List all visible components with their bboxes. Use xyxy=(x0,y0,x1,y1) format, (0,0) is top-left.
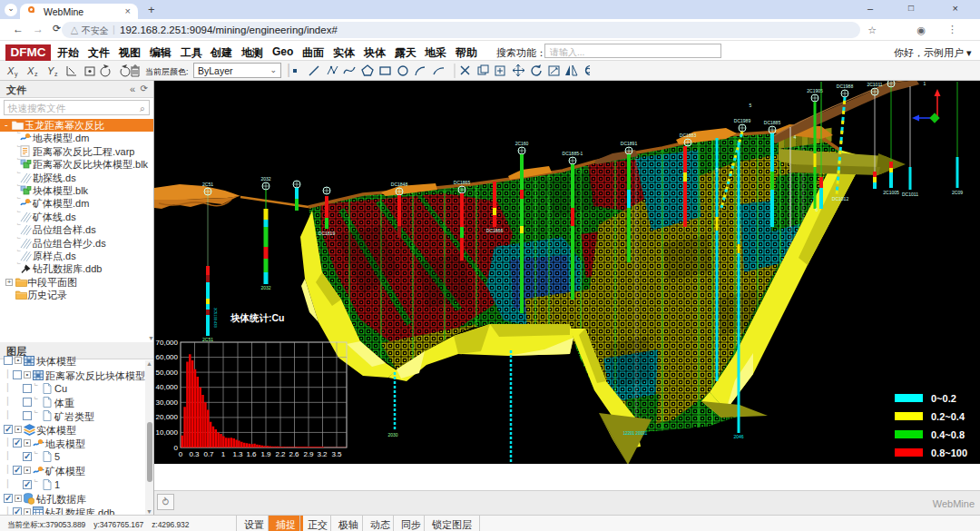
svg-text:DC1883: DC1883 xyxy=(680,133,697,138)
svg-text:y: y xyxy=(15,71,18,78)
svg-text:DC1866: DC1866 xyxy=(486,228,504,233)
svg-text:z: z xyxy=(54,71,58,77)
svg-text:1.9: 1.9 xyxy=(260,450,271,458)
svg-text:1: 1 xyxy=(221,450,226,458)
svg-text:5: 5 xyxy=(716,167,719,172)
svg-text:60,000: 60,000 xyxy=(156,353,179,361)
svg-text:20,000: 20,000 xyxy=(156,413,179,421)
svg-text:DC1885: DC1885 xyxy=(764,120,781,125)
svg-text:6: 6 xyxy=(816,207,818,212)
svg-text:70,000: 70,000 xyxy=(156,339,179,347)
svg-text:X: X xyxy=(26,65,34,76)
svg-text:2C1011: 2C1011 xyxy=(867,82,882,87)
svg-text:10,000: 10,000 xyxy=(156,428,179,437)
svg-text:2C1905: 2C1905 xyxy=(807,88,823,93)
svg-text:2C1005: 2C1005 xyxy=(883,190,899,195)
svg-text:0: 0 xyxy=(179,450,183,458)
svg-text:DC1819: DC1819 xyxy=(318,231,336,236)
svg-text:5: 5 xyxy=(750,103,752,108)
svg-text:0.8~100: 0.8~100 xyxy=(931,447,967,458)
svg-text:DC1891: DC1891 xyxy=(621,141,638,146)
svg-text:0.3: 0.3 xyxy=(189,450,200,458)
svg-text:12201 20031: 12201 20031 xyxy=(623,431,648,436)
svg-text:2C09: 2C09 xyxy=(952,190,963,195)
svg-text:Y: Y xyxy=(47,65,54,76)
svg-text:0.2~0.4: 0.2~0.4 xyxy=(931,411,965,422)
svg-text:3.5: 3.5 xyxy=(331,450,342,458)
svg-text:0~0.2: 0~0.2 xyxy=(931,393,956,404)
svg-text:50,000: 50,000 xyxy=(156,369,179,377)
svg-text:2032: 2032 xyxy=(260,176,270,182)
svg-text:2032: 2032 xyxy=(260,285,270,290)
svg-text:1.6: 1.6 xyxy=(246,450,257,458)
svg-text:0.7: 0.7 xyxy=(203,450,214,458)
svg-text:2C160: 2C160 xyxy=(515,141,529,146)
svg-text:DC1988: DC1988 xyxy=(837,84,854,89)
svg-text:z: z xyxy=(34,71,38,77)
svg-text:DC1865: DC1865 xyxy=(454,180,471,185)
svg-text:40,000: 40,000 xyxy=(156,383,179,391)
svg-text:2.2: 2.2 xyxy=(275,450,286,458)
svg-text:1.3: 1.3 xyxy=(232,450,243,458)
svg-text:2030: 2030 xyxy=(387,432,397,438)
svg-text:2046: 2046 xyxy=(733,434,743,439)
svg-text:DC1885-1: DC1885-1 xyxy=(563,151,583,156)
svg-text:2.9: 2.9 xyxy=(303,450,314,458)
svg-text:4: 4 xyxy=(794,134,797,140)
svg-text:3.2: 3.2 xyxy=(317,450,328,458)
svg-text:DC1012: DC1012 xyxy=(832,196,849,202)
svg-text:DC1848: DC1848 xyxy=(391,182,408,187)
svg-text:2C51: 2C51 xyxy=(202,337,213,342)
svg-text:30,000: 30,000 xyxy=(156,398,179,407)
svg-text:2C5133 433: 2C5133 433 xyxy=(213,308,218,329)
svg-text:1: 1 xyxy=(924,81,926,86)
svg-text:DC1989: DC1989 xyxy=(734,118,751,123)
svg-text:块体统计:Cu: 块体统计:Cu xyxy=(230,312,285,323)
svg-text:X: X xyxy=(6,65,15,76)
svg-text:2C51: 2C51 xyxy=(202,182,213,187)
svg-text:2.6: 2.6 xyxy=(289,450,299,458)
svg-text:DC1011: DC1011 xyxy=(902,192,918,197)
svg-text:0.4~0.8: 0.4~0.8 xyxy=(931,429,965,440)
